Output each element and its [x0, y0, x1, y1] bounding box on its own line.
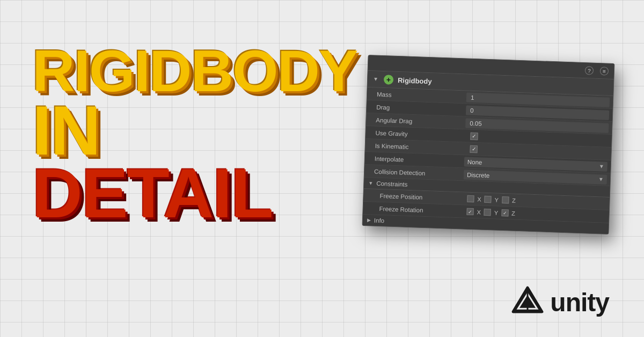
freeze-rot-z-checkbox[interactable]	[501, 209, 508, 216]
unity-text-label: unity	[550, 288, 609, 317]
collision-detection-value: Discrete	[467, 171, 490, 178]
collision-detection-label: Collision Detection	[364, 166, 464, 179]
freeze-rot-x-label: X	[477, 209, 481, 215]
collision-dropdown-arrow-icon: ▼	[598, 176, 604, 182]
use-gravity-label: Use Gravity	[365, 128, 465, 141]
title-rigidbody: RIGIDBODY	[32, 43, 357, 99]
constraints-label: Constraints	[376, 180, 408, 188]
angular-drag-label: Angular Drag	[366, 115, 466, 128]
freeze-rot-x-checkbox[interactable]	[466, 208, 473, 215]
mass-label: Mass	[367, 89, 467, 102]
is-kinematic-checkbox[interactable]	[470, 145, 477, 152]
is-kinematic-label: Is Kinematic	[365, 141, 465, 153]
freeze-rotation-checkboxes: X Y Z	[466, 207, 515, 218]
freeze-pos-z-checkbox[interactable]	[502, 196, 509, 203]
collapse-toggle[interactable]: ▼	[373, 76, 379, 82]
title-area: RIGIDBODY IN DETAIL	[32, 43, 357, 225]
freeze-position-label: Freeze Position	[363, 190, 463, 203]
dropdown-arrow-icon: ▼	[599, 163, 604, 169]
freeze-pos-z-label: Z	[512, 197, 516, 203]
title-in: IN	[32, 99, 357, 162]
freeze-position-checkboxes: X Y Z	[467, 194, 516, 205]
freeze-pos-x-checkbox[interactable]	[467, 195, 474, 202]
interpolate-value: None	[467, 158, 482, 165]
title-detail: DETAIL	[32, 162, 357, 225]
freeze-pos-y-label: Y	[495, 196, 499, 203]
component-title: Rigidbody	[398, 76, 608, 92]
unity-logo-area: unity	[511, 286, 609, 318]
info-label: Info	[374, 217, 385, 224]
constraints-triangle-icon[interactable]: ▼	[368, 180, 373, 186]
properties-table: Mass 1 Drag 0 Angular Drag 0.05 Use Grav…	[364, 87, 613, 186]
component-icon	[384, 75, 394, 85]
freeze-pos-x-label: X	[477, 196, 481, 202]
freeze-rotation-label: Freeze Rotation	[363, 203, 463, 216]
freeze-rot-y-label: Y	[494, 209, 499, 216]
info-triangle-icon[interactable]: ▶	[367, 217, 371, 223]
freeze-pos-y-checkbox[interactable]	[485, 196, 492, 203]
inspector-panel: ? ≡ ▼ Rigidbody Mass 1 Drag 0 Angular Dr…	[362, 55, 615, 235]
freeze-rot-z-label: Z	[511, 210, 515, 216]
use-gravity-checkbox[interactable]	[470, 132, 478, 140]
menu-icon[interactable]: ≡	[600, 67, 609, 76]
help-icon[interactable]: ?	[585, 66, 594, 75]
unity-logo-icon	[511, 286, 544, 318]
freeze-rot-y-checkbox[interactable]	[484, 209, 491, 216]
topbar-icons: ? ≡	[585, 66, 609, 76]
drag-label: Drag	[367, 102, 466, 115]
interpolate-label: Interpolate	[365, 153, 465, 166]
